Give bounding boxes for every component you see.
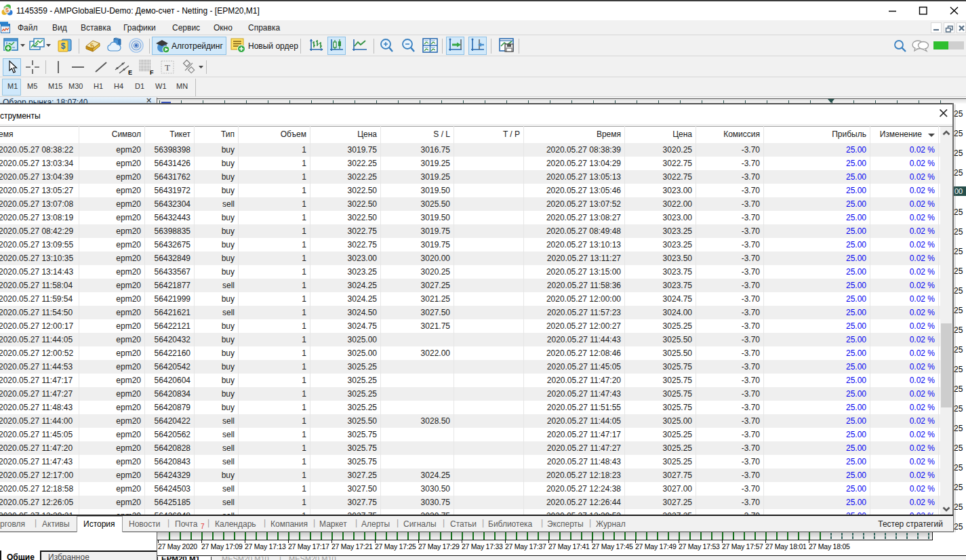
- svg-text:F: F: [150, 69, 154, 75]
- svg-text:$: $: [61, 41, 66, 51]
- svg-text:5: 5: [5, 7, 9, 14]
- svg-text:E: E: [128, 69, 132, 75]
- svg-text:T: T: [165, 62, 170, 73]
